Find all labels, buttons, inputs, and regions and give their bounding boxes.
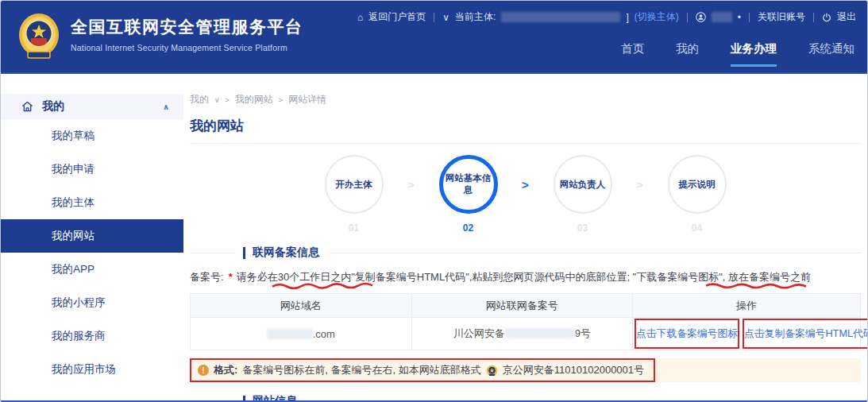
actions: 点击下载备案编号图标 点击复制备案编号HTML代码 — [633, 318, 860, 350]
sidebar-item-apps[interactable]: 我的APP — [1, 253, 183, 286]
divider — [813, 13, 814, 22]
breadcrumb-separator: > — [279, 96, 283, 104]
filing-number-label: 备案号: — [190, 271, 224, 283]
warning-icon: ! — [198, 365, 209, 376]
download-filing-icon-link[interactable]: 点击下载备案编号图标 — [635, 319, 739, 349]
entity-bracket: ] — [626, 12, 628, 23]
step-arrow-icon: > — [622, 155, 658, 214]
breadcrumb-item-websites[interactable]: 我的网站 — [235, 93, 273, 106]
divider — [434, 13, 434, 22]
divider — [687, 13, 688, 22]
filing-no-prefix: 川公网安备 — [453, 327, 505, 339]
app-window: 全国互联网安全管理服务平台 National Internet Security… — [0, 0, 868, 402]
step-arrow-icon: > — [507, 155, 544, 214]
page-title: 我的网站 — [190, 117, 861, 135]
divider — [190, 401, 234, 402]
police-emblem-logo — [15, 12, 63, 61]
sidebar-item-appmarkets[interactable]: 我的应用市场 — [1, 353, 183, 386]
step-4-circle: 提示说明 — [668, 155, 727, 214]
breadcrumb-item-mine[interactable]: 我的 — [190, 93, 209, 106]
header: 全国互联网安全管理服务平台 National Internet Security… — [1, 1, 867, 74]
section-bar — [243, 247, 245, 259]
portal-home-link[interactable]: 返回门户首页 — [368, 10, 426, 24]
current-entity-label: 当前主体: — [455, 10, 496, 24]
format-notice-bar: ! 格式: 备案编号图标在前, 备案编号在右, 如本网站底部格式 京公网安备11… — [190, 358, 861, 382]
nav-item-notifications[interactable]: 系统通知 — [808, 41, 854, 67]
format-label: 格式: — [214, 363, 237, 377]
sidebar-item-applications[interactable]: 我的申请 — [1, 153, 183, 186]
step-1-number: 01 — [349, 222, 359, 234]
redacted-domain — [267, 329, 313, 339]
example-filing-number: 京公网安备11010102000001号 — [503, 363, 644, 377]
column-header-actions: 操作 — [633, 294, 861, 318]
home-icon — [21, 101, 33, 112]
copy-filing-html-link[interactable]: 点击复制备案编号HTML代码 — [743, 319, 868, 349]
main-nav: 首页 我的 业务办理 系统通知 — [621, 41, 854, 67]
section-header-website: 网站信息 — [190, 394, 861, 402]
step-4: 提示说明 04 — [658, 155, 736, 234]
user-icon — [696, 12, 706, 22]
table-header-row: 网站域名 网站联网备案号 操作 — [191, 294, 861, 318]
step-2-number: 02 — [463, 222, 473, 234]
column-header-domain: 网站域名 — [191, 294, 412, 318]
format-text: 备案编号图标在前, 备案编号在右, 如本网站底部格式 — [242, 363, 480, 377]
divider — [749, 13, 750, 22]
breadcrumb-item-detail: 网站详情 — [288, 93, 326, 106]
table-row: .com 川公网安备9号 点击下载备案编号图标 点击复制备案编号HTML代码 — [191, 318, 861, 350]
redacted-user-name — [712, 12, 732, 22]
filing-note-text: 请务必在30个工作日之内"复制备案编号HTML代码",粘贴到您网页源代码中的底部… — [237, 271, 811, 283]
section-bar — [243, 396, 245, 402]
sidebar-group-mine[interactable]: 我的 ∧ — [1, 94, 183, 119]
step-4-number: 04 — [692, 222, 702, 234]
step-1: 开办主体 01 — [315, 155, 393, 234]
stepper: 开办主体 01 > 网站基本信息 02 > 网站负责人 03 > 提示说明 04 — [190, 155, 861, 234]
sidebar-item-websites[interactable]: 我的网站 — [1, 219, 183, 253]
step-2-circle: 网站基本信息 — [439, 155, 498, 214]
sidebar-item-miniprograms[interactable]: 我的小程序 — [1, 286, 183, 319]
sidebar-item-entities[interactable]: 我的主体 — [1, 186, 183, 219]
step-2: 网站基本信息 02 — [430, 155, 507, 234]
user-mark: • — [738, 12, 741, 23]
section-title: 联网备案信息 — [253, 245, 319, 260]
red-underline-annotation — [704, 282, 806, 290]
divider — [190, 143, 861, 144]
divider — [330, 253, 861, 253]
link-old-account[interactable]: 关联旧账号 — [758, 10, 805, 24]
actions-cell: 点击下载备案编号图标 点击复制备案编号HTML代码 — [633, 318, 861, 350]
divider — [190, 253, 234, 253]
filing-badge-icon — [486, 365, 498, 377]
nav-item-home[interactable]: 首页 — [621, 41, 644, 67]
top-utility-bar: ⌂ 返回门户首页 ∨ 当前主体: ] (切换主体) • 关联旧账号 退出 — [357, 10, 856, 24]
redacted-filing-number — [505, 328, 575, 338]
domain-cell: .com — [191, 318, 412, 350]
section-title: 网站信息 — [253, 394, 297, 402]
chevron-up-icon: ∧ — [163, 102, 169, 111]
step-arrow-icon: > — [393, 155, 430, 214]
breadcrumb-separator: > — [226, 96, 230, 104]
filing-no-suffix: 9号 — [575, 327, 591, 339]
sidebar-item-drafts[interactable]: 我的草稿 — [1, 119, 183, 153]
breadcrumb: 我的 ∨ > 我的网站 > 网站详情 — [190, 93, 861, 106]
sidebar-group-label: 我的 — [42, 99, 64, 114]
chevron-down-icon[interactable]: ∨ — [214, 96, 220, 104]
step-3-number: 03 — [577, 222, 588, 234]
switch-entity-link[interactable]: (切换主体) — [635, 10, 679, 24]
column-header-filing-number: 网站联网备案号 — [411, 294, 633, 318]
step-1-circle: 开办主体 — [325, 155, 384, 214]
nav-item-business[interactable]: 业务办理 — [731, 41, 777, 67]
logout-button[interactable]: 退出 — [837, 10, 856, 24]
redacted-entity-name — [501, 12, 620, 22]
main-content: 我的 ∨ > 我的网站 > 网站详情 我的网站 开办主体 01 > 网站基本信息… — [183, 74, 867, 401]
domain-suffix: .com — [313, 328, 335, 340]
filing-number-note: 备案号:*请务必在30个工作日之内"复制备案编号HTML代码",粘贴到您网页源代… — [190, 270, 861, 284]
chevron-down-icon[interactable]: ∨ — [442, 12, 449, 23]
filing-number-cell: 川公网安备9号 — [411, 318, 633, 350]
app-subtitle: National Internet Security Management Se… — [71, 43, 303, 52]
nav-item-mine[interactable]: 我的 — [676, 41, 699, 67]
power-icon — [822, 13, 831, 22]
step-3: 网站负责人 03 — [544, 155, 622, 234]
filing-table: 网站域名 网站联网备案号 操作 .com 川公网安备9号 — [190, 293, 861, 350]
step-3-circle: 网站负责人 — [554, 155, 612, 214]
brand: 全国互联网安全管理服务平台 National Internet Security… — [71, 16, 303, 52]
sidebar-item-providers[interactable]: 我的服务商 — [1, 319, 183, 353]
